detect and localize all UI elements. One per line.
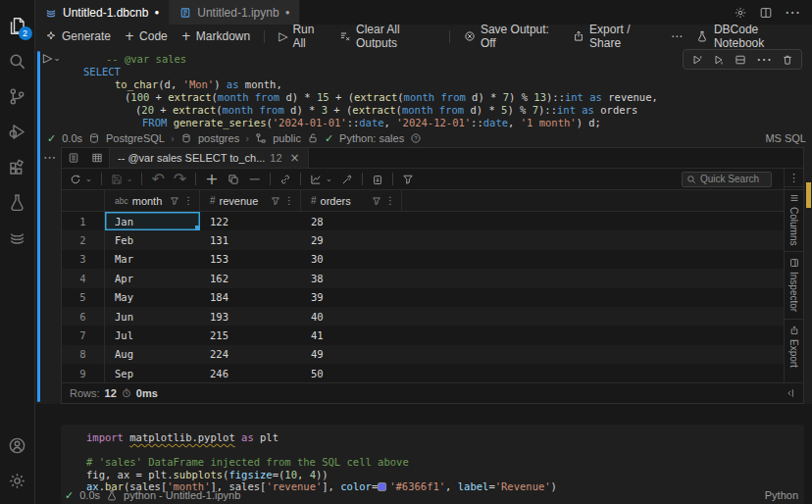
table-row[interactable]: 9Sep24650: [62, 364, 784, 382]
more-actions-icon[interactable]: ⋯: [785, 3, 800, 22]
scrollbar-warning-marker[interactable]: [806, 182, 811, 208]
cell[interactable]: 153: [200, 250, 301, 269]
cell[interactable]: 49: [301, 345, 402, 364]
delete-cell-icon[interactable]: [782, 54, 793, 66]
chevron-down-icon[interactable]: ⌄: [85, 175, 92, 183]
add-markdown-button[interactable]: + Markdown: [181, 29, 250, 43]
account-icon[interactable]: [0, 428, 35, 463]
tab-untitled-dbcnb[interactable]: Untitled-1.dbcnb ●: [35, 0, 170, 25]
add-code-button[interactable]: + Code: [125, 29, 168, 43]
python-code[interactable]: import matplotlib.pyplot as plt # 'sales…: [86, 431, 794, 493]
undo-icon[interactable]: ↶: [151, 170, 164, 188]
refresh-icon[interactable]: [70, 174, 81, 185]
quick-search-input[interactable]: [700, 174, 765, 184]
chevron-down-icon[interactable]: ⌄: [326, 175, 332, 183]
database-name[interactable]: postgres: [198, 132, 239, 144]
run-below-icon[interactable]: [713, 54, 725, 66]
column-header-orders[interactable]: # orders ⋮: [301, 190, 402, 211]
row-number[interactable]: 5: [62, 288, 105, 307]
cell[interactable]: Jul: [105, 326, 200, 344]
cell[interactable]: May: [105, 288, 200, 307]
schema-name[interactable]: public: [273, 132, 301, 144]
table-row[interactable]: 1Jan12228: [62, 212, 784, 230]
generate-button[interactable]: Generate: [45, 29, 111, 43]
row-number[interactable]: 8: [62, 345, 105, 364]
cell[interactable]: 162: [200, 269, 301, 287]
table-row[interactable]: 3Mar15330: [62, 250, 784, 269]
help-icon[interactable]: ?: [410, 132, 422, 144]
connection-name[interactable]: PostgreSQL: [106, 132, 165, 144]
collapse-panel-icon[interactable]: [784, 387, 795, 399]
split-cell-icon[interactable]: [735, 54, 746, 66]
duplicate-row-icon[interactable]: [228, 174, 239, 185]
testing-icon[interactable]: [0, 184, 35, 220]
cell[interactable]: 215: [200, 326, 301, 344]
column-menu-icon[interactable]: ⋮: [284, 195, 294, 206]
export-share-button[interactable]: Export / Share: [573, 23, 657, 50]
cell[interactable]: Jun: [105, 307, 200, 326]
sql-code[interactable]: -- @var salesSELECTto_char(d, 'Mon') as …: [83, 53, 685, 129]
search-icon[interactable]: [0, 43, 35, 78]
side-tab-columns[interactable]: Columns: [785, 186, 803, 251]
run-cell-button[interactable]: ▷ ⌄: [43, 51, 61, 65]
column-filter-icon[interactable]: [170, 196, 179, 206]
save-output-button[interactable]: Save Output: Off: [464, 23, 559, 50]
cell[interactable]: Sep: [105, 364, 200, 382]
cell[interactable]: 131: [200, 230, 301, 249]
python-var-status[interactable]: Python: sales: [339, 132, 404, 144]
column-filter-icon[interactable]: [271, 196, 280, 206]
row-number[interactable]: 6: [62, 307, 105, 326]
side-tab-export[interactable]: Export: [785, 319, 803, 374]
cell[interactable]: Jan: [105, 212, 200, 230]
magic-wand-icon[interactable]: [341, 174, 353, 185]
column-header-month[interactable]: abc month ⋮: [105, 190, 200, 211]
run-debug-icon[interactable]: [0, 114, 35, 149]
row-number[interactable]: 7: [62, 326, 105, 344]
run-by-line-icon[interactable]: [691, 54, 703, 66]
run-all-button[interactable]: ▷ Run All: [279, 23, 326, 50]
language-mode[interactable]: MS SQL: [765, 132, 806, 144]
table-row[interactable]: 5May18439: [62, 288, 784, 307]
gear-icon[interactable]: [734, 6, 747, 20]
language-mode[interactable]: Python: [765, 489, 798, 501]
cell[interactable]: 41: [301, 326, 402, 344]
cell[interactable]: 28: [301, 212, 402, 230]
row-number[interactable]: 1: [62, 212, 105, 230]
result-grid-view-icon[interactable]: [85, 148, 109, 168]
side-tab-inspector[interactable]: Inspector: [785, 251, 803, 318]
side-rail-menu-icon[interactable]: ⋮: [788, 169, 799, 186]
split-editor-icon[interactable]: [759, 6, 773, 20]
cell[interactable]: 224: [200, 345, 301, 364]
cell[interactable]: 40: [301, 307, 402, 326]
explorer-icon[interactable]: 2: [0, 8, 35, 43]
result-list-view-icon[interactable]: [62, 148, 85, 168]
delete-row-icon[interactable]: −: [248, 170, 261, 188]
cell[interactable]: Apr: [105, 269, 200, 287]
cell[interactable]: 29: [301, 230, 402, 249]
cell[interactable]: 39: [301, 288, 402, 307]
tab-untitled-ipynb[interactable]: Untitled-1.ipynb ●: [170, 0, 300, 25]
table-row[interactable]: 8Aug22449: [62, 345, 784, 364]
source-control-icon[interactable]: [0, 78, 35, 114]
column-menu-icon[interactable]: ⋮: [183, 195, 193, 206]
cell[interactable]: 193: [200, 307, 301, 326]
row-number[interactable]: 3: [62, 250, 105, 269]
settings-gear-icon[interactable]: [0, 463, 35, 498]
table-row[interactable]: 7Jul21541: [62, 326, 784, 344]
export-results-icon[interactable]: [372, 174, 383, 185]
database-panel-icon[interactable]: [0, 220, 35, 255]
results-overflow-icon[interactable]: ⋯: [43, 150, 57, 165]
row-number[interactable]: 2: [62, 230, 105, 249]
chevron-down-icon[interactable]: ⌄: [127, 175, 133, 183]
table-row[interactable]: 2Feb13129: [62, 230, 784, 249]
cell-more-icon[interactable]: ⋯: [756, 50, 772, 69]
cell[interactable]: 50: [301, 364, 402, 382]
extensions-icon[interactable]: [0, 149, 35, 184]
column-filter-icon[interactable]: [372, 196, 381, 206]
cell[interactable]: 246: [200, 364, 301, 382]
cell[interactable]: Feb: [105, 230, 200, 249]
column-header-revenue[interactable]: # revenue ⋮: [200, 190, 301, 211]
result-tab[interactable]: -- @var sales SELECT to_ch... 12 ×: [109, 148, 309, 168]
cell[interactable]: 30: [301, 250, 402, 269]
column-menu-icon[interactable]: ⋮: [385, 195, 395, 206]
